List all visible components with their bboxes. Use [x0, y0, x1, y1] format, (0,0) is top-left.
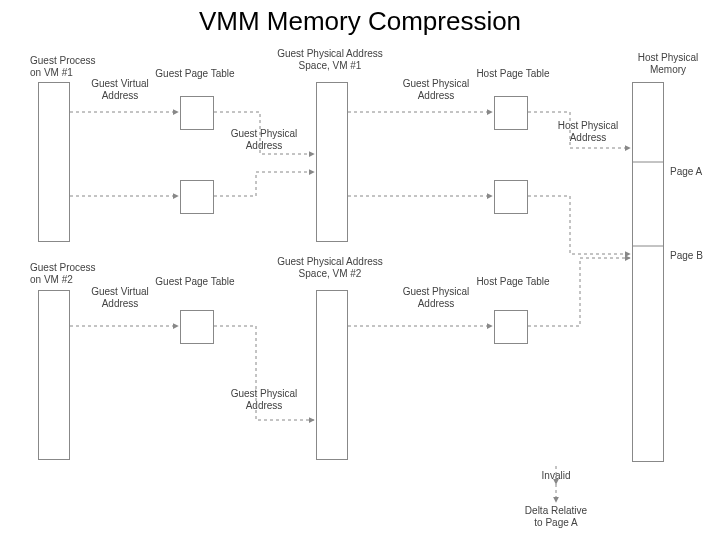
label-guest-process-vm1: Guest Processon VM #1: [30, 55, 100, 79]
box-guest-physical-space-vm1: [316, 82, 348, 242]
label-guest-physical-addr-2b: Guest PhysicalAddress: [400, 286, 472, 310]
page-title: VMM Memory Compression: [0, 6, 720, 37]
box-host-physical-memory: [632, 82, 664, 462]
label-invalid: Invalid: [534, 470, 578, 482]
box-host-pte-vm2: [494, 310, 528, 344]
box-guest-pte-vm1-a: [180, 96, 214, 130]
label-delta-relative: Delta Relativeto Page A: [520, 505, 592, 529]
label-guest-physical-addr-1b: Guest PhysicalAddress: [400, 78, 472, 102]
label-host-page-table-2: Host Page Table: [472, 276, 554, 288]
label-guest-physical-space-vm2: Guest Physical AddressSpace, VM #2: [275, 256, 385, 280]
label-guest-physical-addr-2a: Guest PhysicalAddress: [228, 388, 300, 412]
box-guest-process-vm2: [38, 290, 70, 460]
label-host-physical-addr-1: Host PhysicalAddress: [552, 120, 624, 144]
label-page-a: Page A: [670, 166, 710, 178]
label-guest-virtual-addr-1: Guest VirtualAddress: [90, 78, 150, 102]
label-guest-physical-space-vm1: Guest Physical AddressSpace, VM #1: [275, 48, 385, 72]
box-guest-pte-vm2: [180, 310, 214, 344]
label-page-b: Page B: [670, 250, 710, 262]
box-guest-pte-vm1-b: [180, 180, 214, 214]
box-guest-physical-space-vm2: [316, 290, 348, 460]
label-guest-process-vm2: Guest Processon VM #2: [30, 262, 100, 286]
label-guest-physical-addr-1a: Guest PhysicalAddress: [228, 128, 300, 152]
label-host-page-table-1: Host Page Table: [472, 68, 554, 80]
box-guest-process-vm1: [38, 82, 70, 242]
label-guest-virtual-addr-2: Guest VirtualAddress: [90, 286, 150, 310]
label-guest-page-table-1: Guest Page Table: [155, 68, 235, 80]
box-host-pte-vm1-b: [494, 180, 528, 214]
label-guest-page-table-2: Guest Page Table: [155, 276, 235, 288]
box-host-pte-vm1-a: [494, 96, 528, 130]
label-host-physical-memory: Host PhysicalMemory: [632, 52, 704, 76]
